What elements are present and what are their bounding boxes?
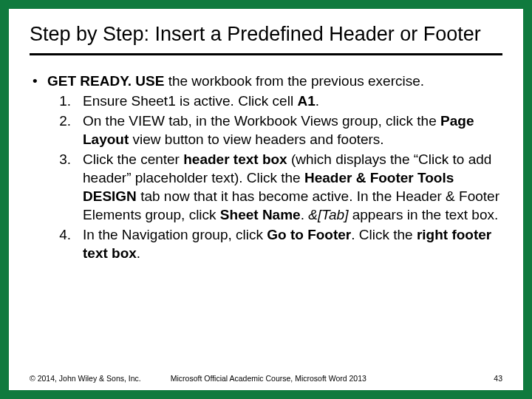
slide-title: Step by Step: Insert a Predefined Header… <box>30 22 502 47</box>
step-text: Ensure Sheet1 is active. Click cell A1. <box>83 92 502 110</box>
step-row: 1. Ensure Sheet1 is active. Click cell A… <box>30 92 502 110</box>
step-row: 4. In the Navigation group, click Go to … <box>30 225 502 262</box>
t: . <box>301 207 309 222</box>
lead-bold: GET READY. USE <box>47 73 164 89</box>
t: On the VIEW tab, in the Workbook Views g… <box>83 113 440 129</box>
step-number: 2. <box>30 112 83 149</box>
slide-frame: Step by Step: Insert a Predefined Header… <box>0 0 532 399</box>
t: Ensure Sheet1 is active. Click cell <box>83 93 297 109</box>
t: . <box>137 245 140 261</box>
step-number: 4. <box>30 225 83 262</box>
step-number: 3. <box>30 150 83 224</box>
step-text: In the Navigation group, click Go to Foo… <box>83 225 502 262</box>
t: Click the center <box>83 151 183 167</box>
content-area: • GET READY. USE the workbook from the p… <box>30 72 502 263</box>
t: . Click the <box>351 227 417 242</box>
slide-footer: © 2014, John Wiley & Sons, Inc. Microsof… <box>30 374 502 383</box>
i: &[Tab] <box>308 207 348 222</box>
step-text: Click the center header text box (which … <box>83 150 502 224</box>
footer-course: Microsoft Official Academic Course, Micr… <box>171 374 494 383</box>
b: A1 <box>297 93 315 109</box>
t: . <box>316 93 319 109</box>
b: Sheet Name <box>220 207 301 222</box>
title-underline <box>30 53 502 55</box>
footer-page-number: 43 <box>494 374 502 383</box>
step-number: 1. <box>30 92 83 110</box>
slide-inner: Step by Step: Insert a Predefined Header… <box>9 9 523 390</box>
t: In the Navigation group, click <box>83 227 267 242</box>
bullet-mark: • <box>30 72 47 90</box>
t: appears in the text box. <box>348 207 498 222</box>
step-row: 3. Click the center header text box (whi… <box>30 150 502 224</box>
b: header text box <box>183 151 287 167</box>
step-row: 2. On the VIEW tab, in the Workbook View… <box>30 112 502 149</box>
step-text: On the VIEW tab, in the Workbook Views g… <box>83 112 502 149</box>
lead-text: GET READY. USE the workbook from the pre… <box>47 72 502 90</box>
footer-copyright: © 2014, John Wiley & Sons, Inc. <box>30 374 141 383</box>
t: view button to view headers and footers. <box>129 132 383 147</box>
lead-bullet-row: • GET READY. USE the workbook from the p… <box>30 72 502 90</box>
b: Go to Footer <box>267 227 351 242</box>
lead-rest: the workbook from the previous exercise. <box>164 73 424 89</box>
